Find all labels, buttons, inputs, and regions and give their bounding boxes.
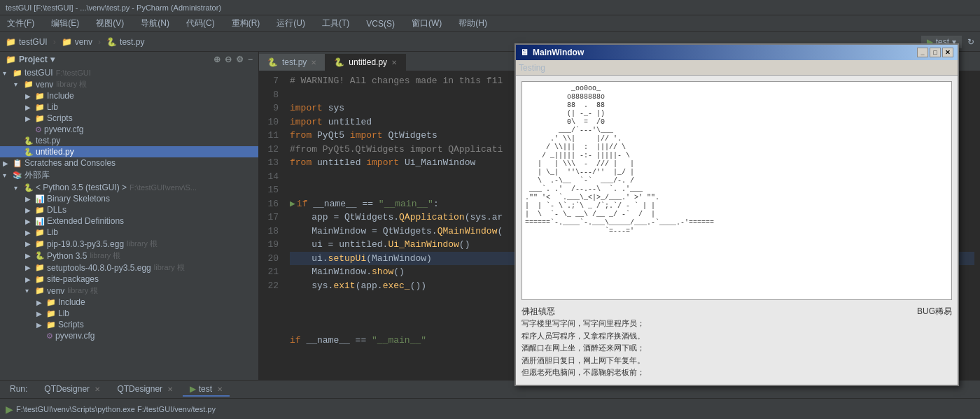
- ascii-art-area: _oo0oo_ o8888888o 88 . 88 (| -_- |) 0\ =…: [522, 81, 952, 300]
- tree-extra-pip: library 根: [127, 239, 158, 249]
- tree-label: Extended Definitions: [47, 216, 124, 226]
- buddha-info: 佛祖镇恶 BUG稀易 写字楼里写字间，写字间里程序员； 程序人员写程序，又拿程序…: [522, 306, 952, 379]
- tree-label: Scripts: [58, 320, 84, 329]
- toolbar-project-label: testGUI: [19, 37, 48, 47]
- tree-label: Lib: [58, 308, 69, 318]
- tree-item-venv[interactable]: ▾ 📁 venv library 根: [0, 78, 258, 90]
- tree-extra-venv2: library 根: [67, 285, 98, 296]
- menu-bar: 文件(F) 编辑(E) 视图(V) 导航(N) 代码(C) 重构(R) 运行(U…: [0, 15, 980, 32]
- close-window-button[interactable]: ✕: [942, 48, 953, 57]
- tree-item-pyvenv-cfg2[interactable]: ▶ ⚙ pyvenv.cfg: [0, 330, 258, 341]
- tree-item-scripts[interactable]: ▶ 📁 Scripts: [0, 113, 258, 124]
- tree-label: venv: [47, 286, 64, 296]
- sidebar-title: Project: [19, 55, 48, 64]
- minimize-window-button[interactable]: _: [917, 48, 928, 57]
- folder-icon-2: 📁: [62, 37, 72, 47]
- expand-arrow: ▾: [3, 171, 13, 179]
- close-icon-4[interactable]: ✕: [167, 385, 173, 393]
- close-icon-5[interactable]: ✕: [217, 385, 223, 393]
- tree-item-test-py[interactable]: ▶ 🐍 test.py: [0, 135, 258, 146]
- tree-item-setuptools[interactable]: ▶ 📁 setuptools-40.8.0-py3.5.egg library …: [0, 262, 258, 274]
- tree-item-python35[interactable]: ▾ 🐍 < Python 3.5 (testGUI) > F:\testGUI\…: [0, 182, 258, 193]
- gear-icon[interactable]: ⚙: [236, 55, 244, 64]
- cfg-icon: ⚙: [35, 125, 42, 134]
- folder-icon-dlls: 📁: [35, 206, 45, 215]
- tree-item-dlls[interactable]: ▶ 📁 DLLs: [0, 204, 258, 215]
- tree-item-scratches[interactable]: ▶ 📋 Scratches and Consoles: [0, 157, 258, 169]
- minimize-icon[interactable]: −: [248, 55, 253, 64]
- menu-view[interactable]: 视图(V): [92, 16, 128, 31]
- bottom-tab-qt-label: QTDesigner: [44, 384, 90, 394]
- py-icon-4: 🐍: [35, 251, 45, 260]
- tree-item-python35-lib[interactable]: ▶ 🐍 Python 3.5 library 根: [0, 250, 258, 262]
- folder-icon: 📁: [6, 37, 16, 47]
- refresh-icon[interactable]: ↻: [967, 37, 974, 47]
- tree-label: < Python 3.5 (testGUI) >: [36, 183, 127, 192]
- tree-label: venv: [36, 80, 53, 90]
- expand-arrow: ▶: [25, 206, 35, 214]
- menu-file[interactable]: 文件(F): [3, 16, 38, 31]
- menu-edit[interactable]: 编辑(E): [47, 16, 83, 31]
- tree-item-include[interactable]: ▶ 📁 Include: [0, 90, 258, 101]
- py-tab-icon: 🐍: [267, 57, 278, 67]
- menu-code[interactable]: 代码(C): [182, 16, 219, 31]
- close-icon-2[interactable]: ✕: [391, 59, 397, 66]
- menu-window[interactable]: 窗口(W): [407, 16, 446, 31]
- folder-icon-extdefs: 📊: [35, 217, 45, 226]
- menu-tools[interactable]: 工具(T): [318, 16, 354, 31]
- bottom-tab-run[interactable]: Run:: [3, 383, 34, 397]
- tree-label: test.py: [36, 136, 60, 145]
- tree-item-pyvenv-cfg[interactable]: ▶ ⚙ pyvenv.cfg: [0, 124, 258, 135]
- menu-help[interactable]: 帮助(H): [454, 16, 491, 31]
- menu-run[interactable]: 运行(U): [272, 16, 309, 31]
- minus-icon[interactable]: ⊖: [225, 55, 232, 64]
- tree-label: Include: [47, 91, 74, 101]
- add-icon[interactable]: ⊕: [214, 55, 220, 64]
- cfg-icon-2: ⚙: [46, 332, 53, 341]
- popup-title-bar: 🖥 MainWindow _ □ ✕: [516, 45, 958, 60]
- tree-label: setuptools-40.8.0-py3.5.egg: [47, 263, 151, 273]
- tree-item-scripts2[interactable]: ▶ 📁 Scripts: [0, 319, 258, 330]
- tree-item-lib2[interactable]: ▶ 📁 Lib: [0, 227, 258, 238]
- popup-menu-label: Testing: [519, 63, 545, 73]
- sidebar-header-icons: ⊕ ⊖ ⚙ −: [214, 55, 253, 64]
- tree-item-extdefs[interactable]: ▶ 📊 Extended Definitions: [0, 215, 258, 227]
- tree-item-lib3[interactable]: ▶ 📁 Lib: [0, 308, 258, 319]
- bottom-tab-qtdesigner2[interactable]: QTDesigner ✕: [110, 383, 180, 397]
- close-icon[interactable]: ✕: [311, 59, 316, 66]
- tab-test-py[interactable]: 🐍 test.py ✕: [259, 54, 326, 71]
- popup-window: 🖥 MainWindow _ □ ✕ Testing _oo0oo_ o8888…: [514, 43, 959, 386]
- bottom-tab-qtdesigner1[interactable]: QTDesigner ✕: [37, 383, 107, 397]
- expand-arrow: ▶: [25, 115, 35, 122]
- tab-untitled-py[interactable]: 🐍 untitled.py ✕: [326, 54, 406, 71]
- toolbar-file: 🐍 test.py: [106, 37, 144, 47]
- tree-item-binary[interactable]: ▶ 📊 Binary Skeletons: [0, 193, 258, 204]
- bottom-tab-test-label: test: [199, 384, 212, 394]
- expand-arrow: ▶: [25, 252, 35, 260]
- tree-item-include2[interactable]: ▶ 📁 Include: [0, 297, 258, 308]
- tree-item-venv2[interactable]: ▾ 📁 venv library 根: [0, 285, 258, 297]
- title-bar-text: testGUI [F:\testGUI] - ...\venv\test.py …: [6, 3, 221, 12]
- tree-item-ext-lib[interactable]: ▾ 📚 外部库: [0, 169, 258, 182]
- tree-item-testGUI[interactable]: ▾ 📁 testGUI F:\testGUI: [0, 67, 258, 78]
- tree-label: Scratches and Consoles: [24, 158, 115, 168]
- tree-label: 外部库: [24, 169, 50, 181]
- tree-label: pyvenv.cfg: [55, 331, 94, 341]
- expand-arrow: ▶: [25, 229, 35, 236]
- tree-item-lib[interactable]: ▶ 📁 Lib: [0, 101, 258, 113]
- tree-item-pip[interactable]: ▶ 📁 pip-19.0.3-py3.5.egg library 根: [0, 238, 258, 250]
- menu-vcs[interactable]: VCS(S): [362, 17, 399, 30]
- tree-item-untitled-py[interactable]: ▶ 🐍 untitled.py: [0, 146, 258, 157]
- folder-icon-project: 📁: [6, 55, 16, 64]
- close-icon-3[interactable]: ✕: [94, 385, 100, 393]
- bottom-tab-test[interactable]: ▶ test ✕: [183, 383, 230, 397]
- tree-label: Lib: [47, 102, 58, 112]
- menu-refactor[interactable]: 重构(R): [227, 16, 265, 31]
- tree-item-site-packages[interactable]: ▶ 📁 site-packages: [0, 274, 258, 285]
- tree-extra-py35: library 根: [90, 250, 120, 261]
- popup-title-bar-buttons: _ □ ✕: [917, 48, 953, 57]
- menu-nav[interactable]: 导航(N): [136, 16, 174, 31]
- maximize-window-button[interactable]: □: [930, 48, 941, 57]
- scratches-icon: 📋: [13, 159, 22, 168]
- tree-label: Binary Skeletons: [47, 194, 110, 204]
